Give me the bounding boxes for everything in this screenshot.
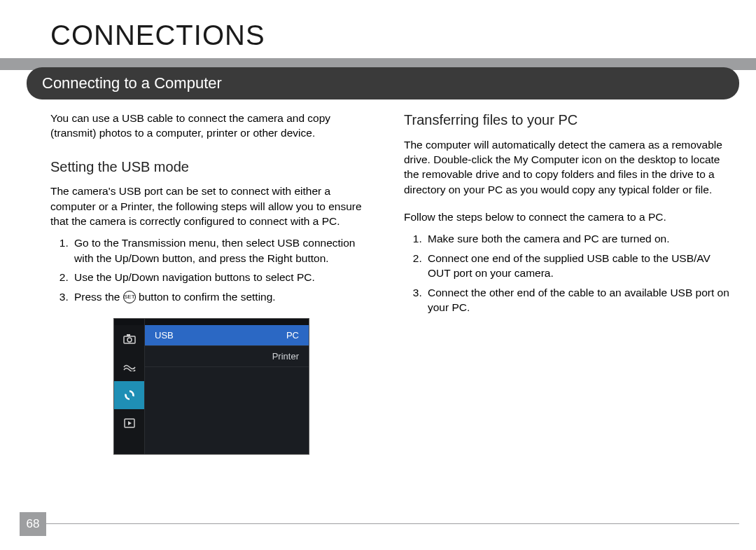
step3-prefix: Press the [74, 291, 123, 303]
left-column: You can use a USB cable to connect the c… [50, 111, 376, 455]
camera-menu-screenshot: USB PC Printer [113, 318, 309, 455]
section-title-bar: Connecting to a Computer [27, 67, 739, 99]
settings-icon [114, 353, 144, 381]
play-icon [114, 409, 144, 437]
page-footer: 68 [0, 512, 756, 536]
subheading-usb-mode: Setting the USB mode [50, 158, 376, 177]
list-item: Connect one end of the supplied USB cabl… [425, 251, 729, 281]
list-item: Press the SET button to confirm the sett… [71, 289, 376, 304]
transfer-paragraph: The computer will automatically detect t… [404, 137, 729, 198]
camera-menu-body: USB PC Printer [145, 319, 309, 454]
camera-icon [114, 325, 144, 353]
page-number: 68 [20, 512, 46, 536]
svg-rect-2 [127, 334, 130, 336]
set-button-icon: SET [123, 291, 136, 303]
transmission-icon [114, 381, 144, 409]
usb-mode-paragraph: The camera's USB port can be set to conn… [50, 184, 376, 228]
menu-value: PC [286, 329, 299, 342]
menu-row-printer: Printer [145, 346, 309, 367]
connect-steps: Make sure both the camera and PC are tur… [404, 231, 729, 315]
camera-side-tabs [114, 319, 145, 454]
menu-label: USB [155, 329, 174, 342]
content-columns: You can use a USB cable to connect the c… [0, 102, 756, 455]
list-item: Connect the other end of the cable to an… [425, 285, 729, 315]
list-item: Use the Up/Down navigation buttons to se… [71, 270, 376, 284]
right-column: Transferring files to your PC The comput… [404, 111, 729, 455]
footer-rule [46, 523, 739, 524]
menu-value: Printer [272, 350, 299, 363]
follow-steps-text: Follow the steps below to connect the ca… [404, 209, 729, 224]
list-item: Go to the Transmission menu, then select… [71, 235, 376, 266]
list-item: Make sure both the camera and PC are tur… [425, 231, 729, 246]
subheading-transfer: Transferring files to your PC [404, 111, 729, 130]
svg-point-1 [127, 338, 132, 342]
step3-suffix: button to confirm the setting. [136, 291, 276, 303]
usb-mode-steps: Go to the Transmission menu, then select… [50, 235, 376, 304]
page-title: CONNECTIONS [0, 0, 756, 58]
intro-text: You can use a USB cable to connect the c… [50, 111, 376, 141]
menu-row-usb: USB PC [145, 325, 309, 346]
